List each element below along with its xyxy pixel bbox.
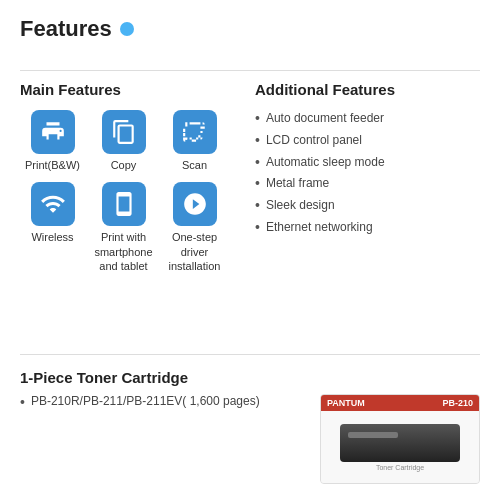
bullet-icon: •: [255, 110, 260, 127]
feature-print: Print(B&W): [20, 110, 85, 172]
feature-scan: Scan: [162, 110, 227, 172]
wireless-icon: [40, 191, 66, 217]
page-header: Features: [20, 16, 480, 42]
bullet-icon: •: [20, 394, 25, 411]
list-item: •Sleek design: [255, 197, 480, 214]
driver-label: One-step driver installation: [162, 230, 227, 273]
scan-icon-box: [173, 110, 217, 154]
print-icon: [40, 119, 66, 145]
copy-icon: [111, 119, 137, 145]
feature-wireless: Wireless: [20, 182, 85, 273]
bullet-icon: •: [255, 154, 260, 171]
smartphone-label: Print with smartphone and tablet: [91, 230, 156, 273]
toner-model: PB-210: [442, 398, 473, 408]
toner-list-item: • PB-210R/PB-211/PB-211EV( 1,600 pages): [20, 394, 300, 411]
toner-product-image: PANTUM PB-210 Toner Cartridge: [320, 394, 480, 484]
main-features-section: Main Features Print(B&W): [20, 81, 245, 344]
scan-icon: [182, 119, 208, 145]
copy-icon-box: [102, 110, 146, 154]
list-item: •Metal frame: [255, 175, 480, 192]
icon-grid: Print(B&W) Copy: [20, 110, 245, 273]
toner-row: • PB-210R/PB-211/PB-211EV( 1,600 pages) …: [20, 394, 480, 484]
additional-item-1: LCD control panel: [266, 132, 362, 149]
main-features-title: Main Features: [20, 81, 245, 98]
toner-cartridge-graphic: [340, 424, 460, 462]
additional-features-title: Additional Features: [255, 81, 480, 98]
feature-driver: One-step driver installation: [162, 182, 227, 273]
copy-label: Copy: [111, 158, 137, 172]
bullet-icon: •: [255, 175, 260, 192]
bullet-icon: •: [255, 132, 260, 149]
additional-item-5: Ethernet networking: [266, 219, 373, 236]
toner-title: 1-Piece Toner Cartridge: [20, 369, 480, 386]
toner-info: • PB-210R/PB-211/PB-211EV( 1,600 pages): [20, 394, 300, 415]
wireless-icon-box: [31, 182, 75, 226]
top-divider: [20, 70, 480, 71]
list-item: •Auto document feeder: [255, 110, 480, 127]
feature-smartphone: Print with smartphone and tablet: [91, 182, 156, 273]
list-item: •LCD control panel: [255, 132, 480, 149]
print-label: Print(B&W): [25, 158, 80, 172]
list-item: •Automatic sleep mode: [255, 154, 480, 171]
toner-item-0: PB-210R/PB-211/PB-211EV( 1,600 pages): [31, 394, 260, 408]
page-title: Features: [20, 16, 112, 42]
toner-img-sub: Toner Cartridge: [376, 464, 424, 471]
additional-list: •Auto document feeder •LCD control panel…: [255, 110, 480, 236]
driver-icon-box: [173, 182, 217, 226]
page-container: Features Main Features Print(B&W): [0, 0, 500, 500]
blue-dot-icon: [120, 22, 134, 36]
bullet-icon: •: [255, 197, 260, 214]
additional-item-3: Metal frame: [266, 175, 329, 192]
additional-features-section: Additional Features •Auto document feede…: [255, 81, 480, 344]
additional-item-2: Automatic sleep mode: [266, 154, 385, 171]
toner-section: 1-Piece Toner Cartridge • PB-210R/PB-211…: [20, 354, 480, 484]
toner-img-body: Toner Cartridge: [321, 411, 479, 483]
feature-copy: Copy: [91, 110, 156, 172]
scan-label: Scan: [182, 158, 207, 172]
toner-list: • PB-210R/PB-211/PB-211EV( 1,600 pages): [20, 394, 300, 411]
smartphone-icon-box: [102, 182, 146, 226]
additional-item-4: Sleek design: [266, 197, 335, 214]
toner-brand: PANTUM: [327, 398, 365, 408]
driver-icon: [182, 191, 208, 217]
toner-img-header: PANTUM PB-210: [321, 395, 479, 411]
wireless-label: Wireless: [31, 230, 73, 244]
additional-item-0: Auto document feeder: [266, 110, 384, 127]
smartphone-icon: [111, 191, 137, 217]
bullet-icon: •: [255, 219, 260, 236]
list-item: •Ethernet networking: [255, 219, 480, 236]
print-icon-box: [31, 110, 75, 154]
features-row: Main Features Print(B&W): [20, 81, 480, 344]
